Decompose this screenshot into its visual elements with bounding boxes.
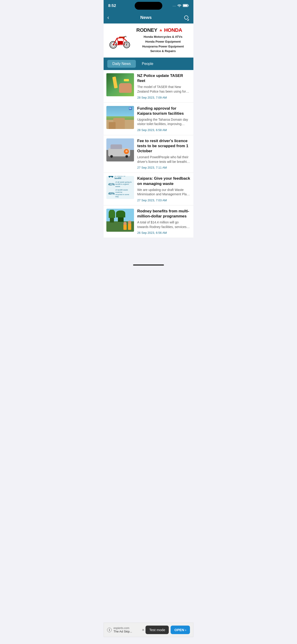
news-date: 27 Sep 2023, 7:11 AM bbox=[137, 166, 191, 169]
ad-line4: Service & Repairs bbox=[136, 49, 190, 54]
news-title: Rodney benefits from multi-million-dolla… bbox=[137, 209, 191, 219]
ad-content: RODNEY 🔺 HONDA Honda Motorcycles & ATVs … bbox=[136, 27, 190, 54]
tab-daily-news[interactable]: Daily News bbox=[107, 60, 136, 68]
search-icon bbox=[184, 16, 188, 20]
news-excerpt: The model of TASER that New Zealand Poli… bbox=[137, 85, 191, 94]
status-icons: ···· bbox=[173, 4, 189, 8]
status-bar: 8:52 ···· bbox=[104, 0, 194, 12]
news-title: Funding approval for Kaipara tourism fac… bbox=[137, 106, 191, 116]
ad-line3: Husqvarna Power Equipment bbox=[136, 44, 190, 49]
news-thumbnail bbox=[106, 73, 134, 96]
news-thumbnail: 🚻 bbox=[106, 106, 134, 129]
ad-services: Honda Motorcycles & ATVs Honda Power Equ… bbox=[136, 34, 190, 54]
brand-honda: HONDA bbox=[164, 27, 182, 33]
news-content: NZ Police update TASER fleet The model o… bbox=[137, 73, 191, 99]
honda-wing-icon: 🔺 bbox=[158, 28, 163, 33]
news-date: 26 Sep 2023, 6:56 AM bbox=[137, 231, 191, 234]
svg-rect-10 bbox=[118, 41, 123, 44]
home-indicator bbox=[104, 261, 194, 269]
ad-line2: Honda Power Equipment bbox=[136, 40, 190, 44]
news-content: Fee to resit driver's licence tests to b… bbox=[137, 138, 191, 169]
news-thumbnail: 4,500 tonnes of waste to landfill 41% of… bbox=[106, 176, 134, 199]
news-list: NZ Police update TASER fleet The model o… bbox=[104, 70, 194, 238]
status-time: 8:52 bbox=[108, 4, 116, 8]
home-bar bbox=[133, 264, 164, 266]
dynamic-island bbox=[135, 2, 162, 10]
brand-rodney: RODNEY bbox=[136, 27, 157, 33]
page-title: News bbox=[140, 15, 152, 20]
news-content: Funding approval for Kaipara tourism fac… bbox=[137, 106, 191, 132]
news-thumbnail: ⟳ bbox=[106, 138, 134, 162]
nav-bar: ‹ News bbox=[104, 12, 194, 24]
news-item[interactable]: NZ Police update TASER fleet The model o… bbox=[104, 70, 194, 102]
wifi-icon bbox=[177, 4, 182, 8]
news-date: 28 Sep 2023, 7:09 AM bbox=[137, 96, 191, 99]
news-title: Kaipara: Give your feedback on managing … bbox=[137, 176, 191, 186]
news-excerpt: Leonard PowellPeople who fail their driv… bbox=[137, 155, 191, 164]
dots-icon: ···· bbox=[173, 4, 176, 8]
news-thumbnail bbox=[106, 209, 134, 232]
news-item[interactable]: Rodney benefits from multi-million-dolla… bbox=[104, 206, 194, 238]
news-excerpt: Upgrading the Taharoa Domain day visitor… bbox=[137, 118, 191, 126]
news-content: Kaipara: Give your feedback on managing … bbox=[137, 176, 191, 202]
svg-point-15 bbox=[112, 176, 113, 178]
news-excerpt: We are updating our draft Waste Minimisa… bbox=[137, 188, 191, 197]
ad-banner[interactable]: RODNEY 🔺 HONDA Honda Motorcycles & ATVs … bbox=[104, 24, 194, 58]
news-excerpt: A total of $14.4 million will go towards… bbox=[137, 220, 191, 229]
svg-point-14 bbox=[109, 176, 110, 178]
news-item[interactable]: ⟳ Fee to resit driver's licence tests to… bbox=[104, 135, 194, 173]
news-date: 27 Sep 2023, 7:03 AM bbox=[137, 198, 191, 202]
back-button[interactable]: ‹ bbox=[107, 14, 109, 21]
search-button[interactable] bbox=[183, 14, 190, 21]
ad-brand: RODNEY 🔺 HONDA bbox=[136, 27, 190, 33]
battery-icon bbox=[183, 4, 189, 8]
news-title: Fee to resit driver's licence tests to b… bbox=[137, 138, 191, 154]
tab-bar: Daily News People bbox=[104, 58, 194, 70]
ad-line1: Honda Motorcycles & ATVs bbox=[136, 34, 190, 40]
news-item[interactable]: 🚻 Funding approval for Kaipara tourism f… bbox=[104, 103, 194, 135]
news-date: 28 Sep 2023, 6:58 AM bbox=[137, 128, 191, 132]
news-content: Rodney benefits from multi-million-dolla… bbox=[137, 209, 191, 234]
news-title: NZ Police update TASER fleet bbox=[137, 73, 191, 84]
tab-people[interactable]: People bbox=[137, 60, 158, 68]
news-item[interactable]: 4,500 tonnes of waste to landfill 41% of… bbox=[104, 173, 194, 205]
svg-rect-1 bbox=[188, 5, 189, 6]
ad-motorcycle-image bbox=[107, 30, 132, 51]
svg-rect-2 bbox=[183, 4, 188, 6]
